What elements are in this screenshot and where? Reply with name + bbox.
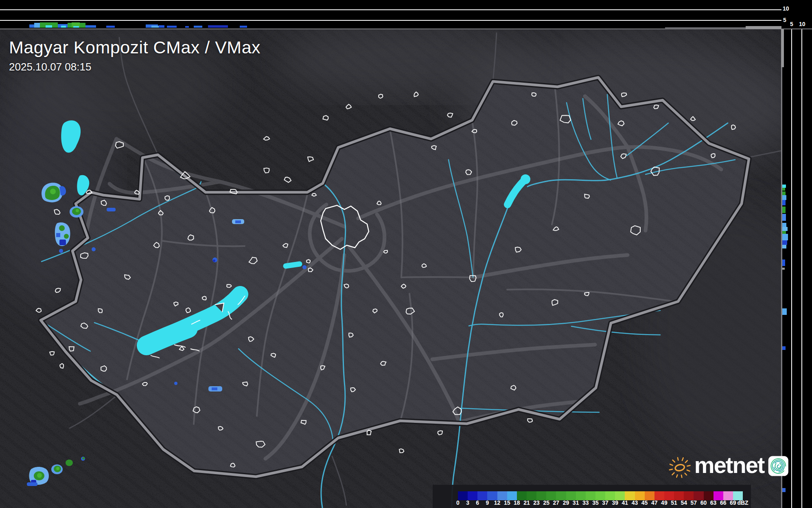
lake-velence — [286, 264, 300, 266]
colorbar-tick: 45 — [641, 499, 648, 506]
timestamp: 2025.10.07 08:15 — [9, 61, 260, 73]
colorbar-tick: 27 — [553, 499, 560, 506]
radar-activity-mark — [782, 240, 787, 245]
colorbar-segment — [546, 491, 556, 500]
metnet-logo: metnet — [667, 447, 789, 485]
colorbar-tick: 41 — [622, 499, 628, 506]
colorbar-tick: 31 — [573, 499, 579, 506]
colorbar-segment — [477, 491, 487, 500]
timeline-axis-label-10: 10 — [783, 5, 789, 12]
colorbar-tick: 37 — [602, 499, 608, 506]
colorbar-segment — [714, 491, 723, 500]
profile-gridline-5 — [791, 29, 792, 508]
timeline-gridline-10 — [0, 9, 781, 10]
colorbar-segment — [586, 491, 595, 500]
colorbar-segment — [704, 491, 714, 500]
colorbar-segment — [733, 491, 743, 500]
radar-activity-mark — [782, 231, 786, 234]
profile-strip[interactable]: 10 5 5 10 — [781, 0, 812, 508]
colorbar-tick: 66 — [720, 499, 727, 506]
radar-activity-mark — [85, 25, 96, 28]
dbz-colorbar — [458, 491, 743, 500]
radar-activity-mark — [782, 259, 785, 266]
colorbar-segment — [605, 491, 615, 500]
colorbar-tick: 6 — [476, 499, 479, 506]
radar-activity-mark — [151, 26, 159, 28]
hungary-map-canvas — [0, 29, 781, 508]
timeline-axis-label-5: 5 — [783, 17, 786, 23]
echo-dash — [107, 208, 116, 211]
radar-activity-mark — [782, 245, 786, 249]
radar-activity-mark — [240, 26, 247, 28]
radar-activity-mark — [782, 188, 785, 191]
colorbar-segment — [645, 491, 654, 500]
profile-axis-label-10: 10 — [799, 21, 805, 27]
colorbar-tick: 51 — [671, 499, 677, 506]
radar-activity-mark — [159, 25, 164, 28]
radar-activity-mark — [782, 234, 788, 240]
title-block: Magyar Kompozit CMax / VMax 2025.10.07 0… — [9, 37, 260, 73]
colorbar-segment — [625, 491, 635, 500]
colorbar-segment — [615, 491, 625, 500]
colorbar-tick: 0 — [456, 499, 460, 506]
colorbar-tick: 25 — [543, 499, 549, 506]
colorbar-tick: 33 — [582, 499, 589, 506]
colorbar-tick: 21 — [523, 499, 530, 506]
colorbar-tick: 49 — [661, 499, 668, 506]
colorbar-segment — [497, 491, 507, 500]
timeline-strip[interactable] — [0, 0, 781, 29]
colorbar-tick: 23 — [533, 499, 540, 506]
radar-activity-mark — [782, 227, 788, 231]
colorbar-segment — [517, 491, 527, 500]
radar-activity-mark — [782, 207, 786, 213]
timeline-gridline-5 — [0, 20, 781, 21]
colorbar-segment — [664, 491, 674, 500]
radar-activity-mark — [208, 25, 228, 28]
radar-activity-mark — [34, 23, 40, 28]
colorbar-panel: 0369121518212325272931333537394143454749… — [433, 485, 751, 508]
colorbar-tick: 54 — [681, 499, 687, 506]
metnet-sun-icon — [667, 447, 693, 485]
radar-map — [0, 29, 781, 508]
colorbar-tick: 15 — [504, 499, 510, 506]
colorbar-tick: 60 — [700, 499, 707, 506]
colorbar-tick: 29 — [563, 499, 569, 506]
colorbar-segment — [674, 491, 684, 500]
timeline-track[interactable] — [665, 27, 746, 29]
echo-southwest-1 — [29, 467, 49, 485]
colorbar-segment — [507, 491, 517, 500]
colorbar-tick: 57 — [691, 499, 697, 506]
colorbar-tick: 43 — [632, 499, 638, 506]
colorbar-segment — [556, 491, 566, 500]
echo-southwest-2 — [51, 464, 63, 474]
colorbar-segment — [527, 491, 536, 500]
radar-activity-mark — [782, 185, 786, 188]
radar-activity-mark — [782, 191, 786, 195]
colorbar-tick: 3 — [466, 499, 469, 506]
radar-activity-mark — [46, 25, 52, 28]
echo-west-2 — [70, 206, 83, 218]
colorbar-segment — [536, 491, 546, 500]
colorbar-tick: 18 — [514, 499, 520, 506]
colorbar-segment — [694, 491, 703, 500]
echo-center-1 — [232, 219, 244, 224]
colorbar-unit: dBZ — [737, 499, 748, 506]
radar-activity-mark — [73, 26, 79, 28]
echo-west-3 — [55, 222, 70, 246]
radar-viewer: Magyar Kompozit CMax / VMax 2025.10.07 0… — [0, 0, 812, 508]
colorbar-segment — [635, 491, 645, 500]
radar-activity-mark — [106, 26, 115, 28]
radar-activity-mark — [782, 346, 786, 350]
radar-activity-mark — [782, 488, 786, 492]
radar-activity-mark — [782, 200, 786, 205]
colorbar-segment — [576, 491, 586, 500]
timeline-thumb[interactable] — [746, 26, 781, 29]
radar-activity-mark — [185, 26, 189, 28]
colorbar-segment — [654, 491, 664, 500]
colorbar-segment — [468, 491, 477, 500]
radar-activity-mark — [782, 308, 787, 315]
colorbar-tick: 47 — [651, 499, 658, 506]
colorbar-segment — [566, 491, 576, 500]
profile-thumb[interactable] — [781, 29, 784, 67]
logo-wordmark: metnet — [694, 452, 764, 478]
